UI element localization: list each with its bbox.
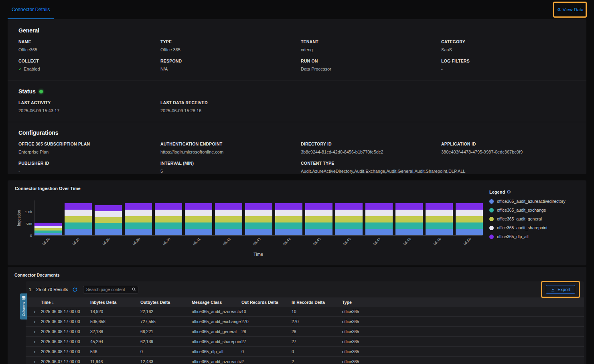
- column-header-label: In Records Delta: [292, 300, 325, 305]
- bar-segment-office365_audit_sharepoint: [365, 210, 393, 216]
- field-value: SaaS: [441, 47, 568, 52]
- bar-group[interactable]: 05:44: [275, 200, 302, 235]
- connector-details-page: Connector Details View Data General NAME…: [0, 0, 594, 364]
- search-box: [83, 286, 138, 293]
- tab-connector-details[interactable]: Connector Details: [8, 0, 54, 19]
- details-panel: General NAME Office365 TYPE Office 365 T…: [8, 19, 586, 174]
- chart-plot: 05:3605:3705:3805:3905:4005:4105:4205:43…: [34, 200, 482, 236]
- bar-group[interactable]: 05:36: [34, 200, 62, 235]
- column-header-message-class[interactable]: Message Class: [192, 300, 241, 305]
- field-category: CATEGORY SaaS: [441, 39, 576, 52]
- row-expand-chevron-icon[interactable]: ›: [26, 309, 41, 314]
- export-button[interactable]: Export: [546, 285, 575, 294]
- bar-segment-office365_audit_general: [65, 216, 92, 222]
- configurations-section: Configurations OFFICE 365 SUBSCRIPTION P…: [8, 129, 586, 174]
- field-directory-id: DIRECTORY ID 3b8c9244-81cd-42d0-8456-b1b…: [301, 142, 441, 154]
- columns-panel-toggle[interactable]: Columns: [20, 293, 27, 320]
- y-tick-label: 500: [26, 222, 32, 226]
- field-value: ✓Enabled: [18, 67, 152, 72]
- field-label: LAST DATA RECEIVED: [160, 100, 293, 105]
- topbar: Connector Details View Data: [0, 0, 594, 19]
- bar-group[interactable]: 05:47: [365, 200, 393, 235]
- configurations-fields-grid: OFFICE 365 SUBSCRIPTION PLAN Enterprise …: [18, 142, 576, 174]
- cell-outbytes: 727,555: [140, 319, 192, 324]
- bar-segment-office365_audit_exchange: [125, 222, 152, 229]
- field-interval-min: INTERVAL (MIN) 5: [160, 161, 301, 174]
- bar-group[interactable]: 05:37: [65, 200, 92, 235]
- bar-segment-office365_audit_exchange: [305, 222, 332, 229]
- row-expand-chevron-icon[interactable]: ›: [26, 319, 41, 324]
- row-expand-chevron-icon[interactable]: ›: [26, 359, 41, 364]
- field-subscription-plan: OFFICE 365 SUBSCRIPTION PLAN Enterprise …: [18, 142, 160, 154]
- table-row[interactable]: ›2025-06-08 17:00:0032,18866,221office36…: [26, 327, 584, 337]
- table-row[interactable]: ›2025-06-07 17:00:0011,94612,433office36…: [26, 357, 584, 364]
- column-header-time[interactable]: Time ↓: [41, 300, 90, 305]
- documents-table: Time ↓Inbytes DeltaOutbytes DeltaMessage…: [26, 297, 584, 364]
- row-expand-chevron-icon[interactable]: ›: [26, 329, 41, 334]
- table-row[interactable]: ›2025-06-08 17:00:0045,29462,139office36…: [26, 337, 584, 347]
- x-tick-label: 05:39: [132, 237, 141, 246]
- row-expand-chevron-icon[interactable]: ›: [26, 339, 41, 344]
- x-tick-label: 05:40: [162, 237, 171, 246]
- table-header-row: Time ↓Inbytes DeltaOutbytes DeltaMessage…: [26, 297, 584, 307]
- cell-type: office365: [342, 319, 584, 324]
- bar-segment-office365_dlp_all: [395, 203, 423, 210]
- view-data-eye-icon: [557, 7, 562, 12]
- cell-message-class: office365_audit_azureactived: [192, 309, 241, 314]
- bar-group[interactable]: 05:39: [125, 200, 152, 235]
- cell-inbytes: 546: [90, 349, 140, 354]
- legend-item-office365_audit_azureactivedirectory[interactable]: office365_audit_azureactivedirectory: [489, 199, 578, 204]
- bar-segment-office365_audit_general: [125, 216, 152, 222]
- table-row[interactable]: ›2025-06-08 17:00:005460office365_dlp_al…: [26, 347, 584, 357]
- legend-item-office365_audit_sharepoint[interactable]: office365_audit_sharepoint: [489, 225, 578, 230]
- bar-group[interactable]: 05:43: [245, 200, 272, 235]
- refresh-button[interactable]: [72, 287, 77, 292]
- column-header-outbytes-delta[interactable]: Outbytes Delta: [140, 300, 192, 305]
- table-body: ›2025-06-08 17:00:0018,92022,162office36…: [26, 307, 584, 364]
- x-tick-label: 05:38: [102, 237, 111, 246]
- table-row[interactable]: ›2025-06-08 17:00:0018,92022,162office36…: [26, 307, 584, 317]
- section-divider: [8, 81, 586, 81]
- bar-group[interactable]: 05:38: [95, 200, 122, 235]
- bar-stack: [34, 223, 62, 235]
- cell-inbytes: 32,188: [90, 329, 140, 334]
- column-header-out-records-delta[interactable]: Out Records Delta: [241, 300, 292, 305]
- bar-group[interactable]: 05:41: [185, 200, 212, 235]
- field-value: 3b8c9244-81cd-42d0-8456-b1b770fe5dc2: [301, 150, 433, 154]
- table-row[interactable]: ›2025-06-08 17:00:00505,658727,555office…: [26, 317, 584, 327]
- column-header-type[interactable]: Type: [342, 300, 584, 305]
- field-value: https://login.microsoftonline.com: [160, 150, 293, 154]
- bar-group[interactable]: 05:49: [426, 200, 453, 235]
- search-input[interactable]: [83, 286, 138, 293]
- view-data-button[interactable]: View Data: [557, 7, 584, 12]
- bar-segment-office365_audit_sharepoint: [245, 210, 272, 216]
- bar-segment-office365_audit_sharepoint: [275, 210, 302, 216]
- legend-item-office365_dlp_all[interactable]: office365_dlp_all: [489, 234, 578, 239]
- field-value: 2025-06-09 15:43:17: [18, 108, 152, 113]
- field-auth-endpoint: AUTHENTICATION ENDPOINT https://login.mi…: [160, 142, 301, 154]
- legend-item-office365_audit_general[interactable]: office365_audit_general: [489, 216, 578, 221]
- bar-group[interactable]: 05:46: [335, 200, 363, 235]
- column-header-in-records-delta[interactable]: In Records Delta: [292, 300, 342, 305]
- bar-segment-office365_audit_sharepoint: [95, 211, 122, 217]
- bar-segment-office365_audit_azureactivedirectory: [305, 229, 332, 235]
- bar-group[interactable]: 05:40: [155, 200, 182, 235]
- bar-segment-office365_dlp_all: [125, 203, 152, 210]
- bar-group[interactable]: 05:45: [305, 200, 332, 235]
- bar-group[interactable]: 05:42: [215, 200, 242, 235]
- field-type: TYPE Office 365: [160, 39, 301, 52]
- bar-stack: [95, 205, 122, 235]
- field-label: LAST ACTIVITY: [18, 100, 152, 105]
- legend-settings-gear-icon[interactable]: ⚙: [507, 189, 511, 195]
- legend-item-office365_audit_exchange[interactable]: office365_audit_exchange: [489, 208, 578, 212]
- column-header-inbytes-delta[interactable]: Inbytes Delta: [90, 300, 140, 305]
- bar-group[interactable]: 05:48: [395, 200, 423, 235]
- row-expand-chevron-icon[interactable]: ›: [26, 349, 41, 354]
- bar-stack: [155, 203, 182, 235]
- bar-segment-office365_audit_exchange: [95, 223, 122, 229]
- bar-stack: [125, 203, 152, 235]
- bar-segment-office365_audit_sharepoint: [456, 210, 483, 216]
- field-value: Office365: [18, 47, 152, 52]
- bar-group[interactable]: 05:50: [456, 200, 483, 235]
- bar-stack: [426, 203, 453, 235]
